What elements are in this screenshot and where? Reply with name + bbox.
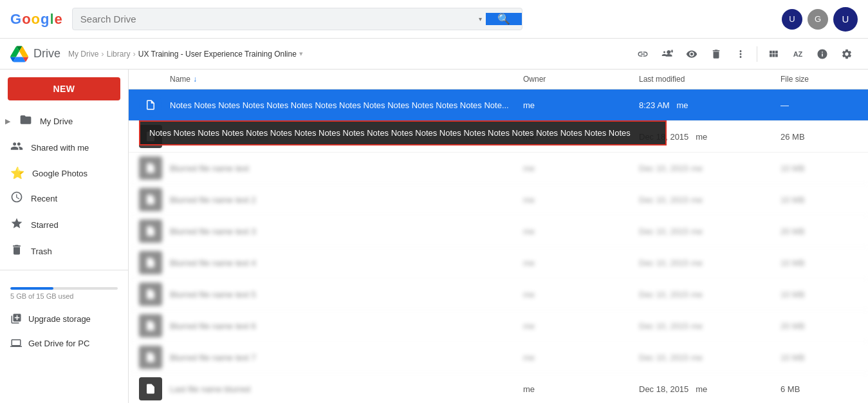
sidebar-item-trash[interactable]: Trash xyxy=(0,238,123,265)
file-row[interactable]: Blurred file name text me Dec 10, 2015 m… xyxy=(129,153,868,184)
file-icon-svg xyxy=(145,257,156,268)
file-icon-dark xyxy=(139,220,162,243)
file-row[interactable]: Blurred file name text 7 me Dec 10, 2015… xyxy=(129,342,868,373)
file-row[interactable]: Blurred file name text 2 me Dec 10, 2015… xyxy=(129,184,868,216)
file-owner: me xyxy=(523,321,639,331)
file-modified: Dec 10, 2015 me xyxy=(639,258,780,268)
file-modified: Dec 10, 2015 me xyxy=(639,164,780,173)
file-row[interactable]: Blurred file name text 4 me Dec 10, 2015… xyxy=(129,247,868,279)
sidebar-item-google-photos[interactable]: ⭐ Google Photos xyxy=(0,161,123,185)
grid-view-button[interactable] xyxy=(762,43,784,65)
file-icon-dark xyxy=(139,156,162,180)
file-modified: Dec 10, 2015 me xyxy=(639,195,780,205)
search-dropdown-btn[interactable]: ▾ xyxy=(475,10,486,28)
link-icon xyxy=(637,48,649,60)
file-icon-dark xyxy=(139,283,162,306)
upgrade-label: Upgrade storage xyxy=(28,314,91,324)
monitor-icon xyxy=(10,337,22,349)
main-content: Name ↓ Owner Last modified File size Not… xyxy=(129,70,868,403)
file-icon-svg xyxy=(145,162,156,174)
upgrade-storage-button[interactable]: Upgrade storage xyxy=(0,308,128,330)
file-row[interactable]: Blurred file name text 3 me Dec 10, 2015… xyxy=(129,216,868,247)
starred-icon xyxy=(10,217,23,233)
toolbar-icons: AZ xyxy=(632,43,858,65)
file-owner-selected: me xyxy=(523,100,639,110)
file-name: Blurred file name text 5 xyxy=(170,290,523,299)
file-icon-dark xyxy=(139,251,162,274)
storage-text: 5 GB of 15 GB used xyxy=(10,292,73,300)
notes-doc-icon xyxy=(145,99,156,111)
file-row[interactable]: Blurred file name text 5 me Dec 10, 2015… xyxy=(129,279,868,310)
file-owner: me xyxy=(523,164,639,173)
file-modified-selected: 8:23 AM me xyxy=(639,100,780,110)
shared-icon xyxy=(10,140,23,156)
search-bar: ▾ 🔍 xyxy=(72,8,522,30)
search-button[interactable]: 🔍 xyxy=(486,13,522,25)
sidebar-label-shared: Shared with me xyxy=(31,143,89,153)
new-button[interactable]: NEW xyxy=(8,77,120,100)
filename-tooltip: Notes Notes Notes Notes Notes Notes Note… xyxy=(139,120,667,145)
sidebar-item-recent[interactable]: Recent xyxy=(0,185,123,212)
sidebar: NEW ▶ My Drive Shared with me ⭐ Google P… xyxy=(0,70,129,403)
settings-button[interactable] xyxy=(836,43,858,65)
col-header-size: File size xyxy=(780,75,858,84)
storage-bar-fill xyxy=(10,287,53,290)
delete-button[interactable] xyxy=(705,43,727,65)
sort-button[interactable]: AZ xyxy=(787,43,809,65)
sidebar-item-my-drive[interactable]: ▶ My Drive xyxy=(0,108,123,135)
share-icon xyxy=(661,48,673,60)
breadcrumb-my-drive[interactable]: My Drive xyxy=(68,50,98,59)
storage-bar xyxy=(10,287,118,290)
file-owner: me xyxy=(523,290,639,299)
share-button[interactable] xyxy=(656,43,678,65)
file-icon-dark xyxy=(139,314,162,337)
sidebar-item-shared[interactable]: Shared with me xyxy=(0,135,123,161)
link-button[interactable] xyxy=(632,43,654,65)
breadcrumb-current[interactable]: UX Training - User Experience Training O… xyxy=(138,50,297,59)
file-modified: Dec 10, 2015 me xyxy=(639,290,780,299)
file-name-selected: Notes Notes Notes Notes Notes Notes Note… xyxy=(170,100,523,110)
account-avatar-small[interactable]: U xyxy=(782,9,802,30)
file-icon-svg xyxy=(145,351,156,363)
more-button[interactable] xyxy=(730,43,752,65)
breadcrumb-library[interactable]: Library xyxy=(107,50,131,59)
file-owner: me xyxy=(523,227,639,236)
upgrade-icon xyxy=(10,313,22,324)
file-row[interactable]: Last file name blurred me Dec 18, 2015 m… xyxy=(129,373,868,403)
sidebar-label-my-drive: My Drive xyxy=(40,117,73,126)
file-icon-svg xyxy=(145,225,156,237)
col-header-owner: Owner xyxy=(523,75,639,84)
file-name: Blurred file name text xyxy=(170,164,523,173)
drive-bar: Drive My Drive › Library › UX Training -… xyxy=(0,39,868,70)
settings-icon xyxy=(841,48,853,60)
preview-icon xyxy=(686,48,697,60)
file-size-selected: — xyxy=(780,100,858,110)
file-icon-svg xyxy=(145,194,156,205)
file-size: 10 MB xyxy=(780,258,858,268)
sidebar-divider xyxy=(0,270,128,270)
more-icon xyxy=(735,48,746,60)
breadcrumb: My Drive › Library › UX Training - User … xyxy=(68,49,624,59)
file-row[interactable]: Notes Notes Notes Notes Notes Notes Note… xyxy=(129,89,868,121)
get-drive-button[interactable]: Get Drive for PC xyxy=(0,332,128,354)
file-modified: Dec 10, 2015 me xyxy=(639,321,780,331)
file-name: Last file name blurred xyxy=(170,384,523,394)
delete-icon xyxy=(710,48,722,60)
photos-icon: ⭐ xyxy=(10,166,24,180)
drive-logo: Drive xyxy=(10,45,60,63)
info-button[interactable] xyxy=(811,43,833,65)
storage-info: 5 GB of 15 GB used xyxy=(0,276,128,308)
search-input[interactable] xyxy=(73,8,475,30)
sidebar-label-photos: Google Photos xyxy=(32,169,88,178)
file-owner: me xyxy=(523,258,639,268)
col-header-name[interactable]: Name ↓ xyxy=(170,75,523,84)
top-right-icons: U G U xyxy=(782,7,858,32)
account-avatar-gray[interactable]: G xyxy=(808,9,828,30)
file-icon-notes xyxy=(139,93,162,117)
preview-button[interactable] xyxy=(681,43,703,65)
file-list-header: Name ↓ Owner Last modified File size xyxy=(129,70,868,89)
file-row[interactable]: Blurred file name text 6 me Dec 10, 2015… xyxy=(129,310,868,342)
sidebar-item-starred[interactable]: Starred xyxy=(0,212,123,238)
account-avatar-main[interactable]: U xyxy=(833,7,858,32)
col-header-modified: Last modified xyxy=(639,75,780,84)
